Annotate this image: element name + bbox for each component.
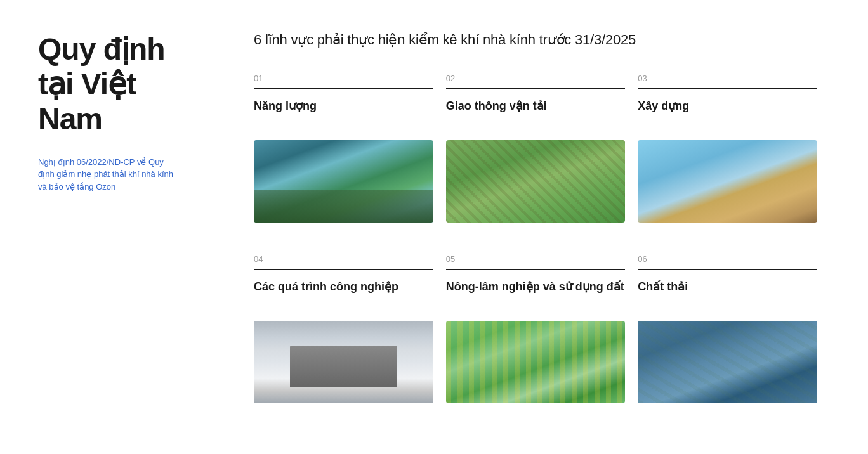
grid-row-2: 04Các quá trình công nghiệp05Nông-lâm ng… — [254, 254, 830, 403]
grid-item: 06Chất thải — [638, 254, 830, 403]
item-label: Xây dựng — [638, 98, 817, 130]
item-divider — [638, 269, 817, 270]
item-divider — [254, 269, 433, 270]
item-divider — [446, 88, 626, 89]
left-panel: Quy định tại Việt Nam Nghị định 06/2022/… — [38, 25, 203, 193]
item-number: 01 — [254, 74, 433, 83]
subtitle-link[interactable]: Nghị định 06/2022/NĐ-CP về Quy định giảm… — [38, 156, 178, 193]
item-image — [446, 321, 626, 403]
item-label: Nông-lâm nghiệp và sử dụng đất — [446, 279, 626, 311]
item-label: Giao thông vận tải — [446, 98, 626, 130]
item-number: 02 — [446, 74, 626, 83]
item-number: 06 — [638, 254, 817, 264]
page-container: Quy định tại Việt Nam Nghị định 06/2022/… — [38, 25, 830, 435]
item-image — [254, 321, 433, 403]
grid-item: 03Xây dựng — [638, 74, 830, 223]
item-label: Các quá trình công nghiệp — [254, 279, 433, 311]
grid-item: 05Nông-lâm nghiệp và sử dụng đất — [446, 254, 638, 403]
item-number: 04 — [254, 254, 433, 264]
item-number: 05 — [446, 254, 626, 264]
main-title: Quy định tại Việt Nam — [38, 32, 203, 137]
grid-item: 01Năng lượng — [254, 74, 446, 223]
grid-row-1: 01Năng lượng02Giao thông vận tải03Xây dự… — [254, 74, 830, 223]
item-image — [638, 140, 817, 223]
item-image — [638, 321, 817, 403]
item-divider — [638, 88, 817, 89]
item-image — [254, 140, 433, 223]
item-label: Chất thải — [638, 279, 817, 311]
item-divider — [446, 269, 626, 270]
grid-item: 04Các quá trình công nghiệp — [254, 254, 446, 403]
item-label: Năng lượng — [254, 98, 433, 130]
section-heading: 6 lĩnh vực phải thực hiện kiểm kê khí nh… — [254, 32, 830, 48]
item-image — [446, 140, 626, 223]
grid-item: 02Giao thông vận tải — [446, 74, 638, 223]
right-panel: 6 lĩnh vực phải thực hiện kiểm kê khí nh… — [254, 25, 830, 435]
item-number: 03 — [638, 74, 817, 83]
item-divider — [254, 88, 433, 89]
